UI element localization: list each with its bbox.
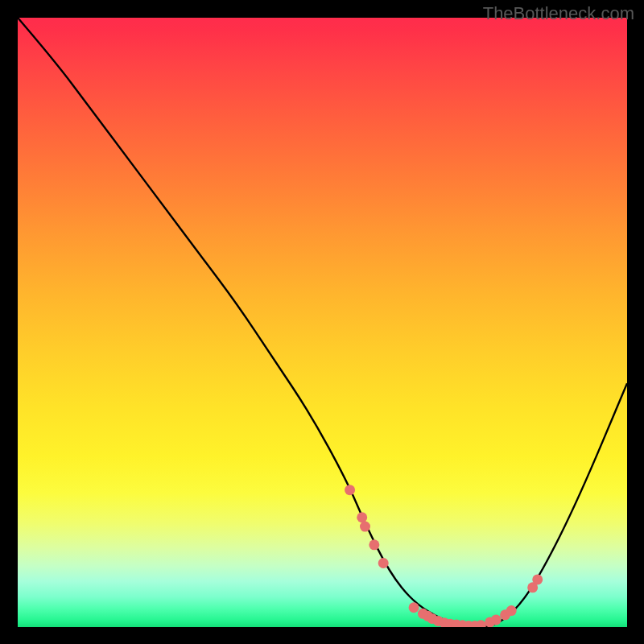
data-marker xyxy=(506,605,517,616)
data-marker xyxy=(491,614,502,625)
data-marker xyxy=(409,602,419,613)
chart-plot-area xyxy=(18,18,627,627)
data-marker xyxy=(476,620,486,627)
data-marker xyxy=(345,485,355,495)
data-marker xyxy=(532,574,543,584)
data-marker xyxy=(360,522,370,532)
data-marker xyxy=(378,558,389,568)
chart-svg xyxy=(18,18,627,627)
data-marker xyxy=(369,539,379,550)
curve-line xyxy=(18,18,627,627)
curve-markers xyxy=(345,485,543,627)
watermark-text: TheBottleneck.com xyxy=(483,3,634,24)
data-marker xyxy=(357,512,367,522)
